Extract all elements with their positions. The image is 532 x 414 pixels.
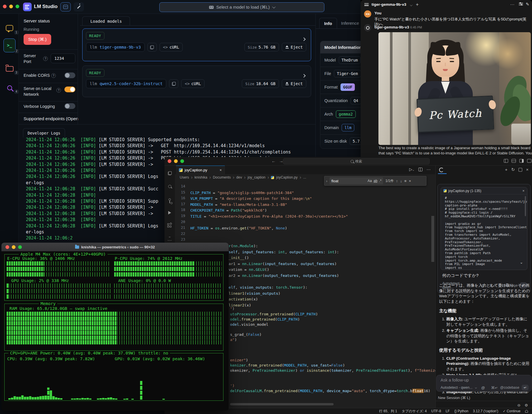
zoom-button[interactable] — [180, 159, 184, 163]
search-icon[interactable] — [166, 183, 173, 190]
back-button[interactable]: ← — [271, 158, 276, 163]
new-session-link[interactable]: New Session (⌘ L) — [438, 396, 470, 400]
power-bar — [8, 398, 11, 400]
source-control-icon[interactable] — [166, 196, 173, 203]
code-line: enizer") — [230, 357, 248, 363]
send-button[interactable]: ↵ — [522, 385, 529, 390]
usage-meter — [114, 272, 222, 277]
vertical-scrollbar[interactable] — [431, 216, 434, 262]
customize-layout-icon[interactable] — [527, 159, 531, 163]
new-session-icon[interactable]: + — [505, 167, 508, 172]
log-line: 2024-11-24 12:06:26 [INFO] — [26, 168, 99, 174]
breadcrumb[interactable]: Users›knishika›Documents›dev›joy_caption… — [180, 175, 306, 180]
generated-image[interactable]: Pc Watch — [378, 32, 531, 145]
testing-icon[interactable] — [166, 236, 173, 243]
breadcrumb-item[interactable]: ... — [303, 175, 306, 179]
photo-mullion — [408, 32, 411, 145]
ram-usage: RAM Usage: 65.8/128.0GB — swap inactive — [9, 306, 107, 311]
gear-icon[interactable]: ⚙ — [525, 403, 528, 407]
line-number: 16 — [175, 196, 185, 200]
status-item[interactable]: タブのサイズ: 4 — [402, 409, 427, 414]
new-tab-button[interactable]: + — [416, 2, 419, 7]
breadcrumb-item[interactable]: knishika — [194, 175, 207, 179]
code-line: okenizer, PreTrainedTokenizer) or isinst… — [230, 368, 451, 373]
card-scrollbar[interactable] — [525, 196, 526, 216]
find-in-selection-icon[interactable]: ≡ — [404, 179, 407, 183]
minimize-button[interactable] — [174, 159, 178, 163]
toggle-secondary-sidebar-icon[interactable] — [519, 159, 524, 163]
tab-joycaption[interactable]: joyCaption.py× — [176, 166, 225, 174]
code-line: s_grad_(False) — [230, 332, 262, 338]
close-find-icon[interactable]: × — [409, 179, 411, 183]
power-bar — [110, 397, 112, 400]
breadcrumb-item[interactable]: dev — [236, 175, 242, 179]
status-item[interactable]: UTF-8 — [431, 409, 441, 413]
continue-toolbar: + ↻ × — [505, 167, 529, 172]
toggle-sidebar-icon[interactable] — [504, 159, 508, 163]
breadcrumb-item[interactable]: Documents — [213, 175, 231, 179]
card-code-line: PreTrainedTokenizer, PreTrainedTokenizer… — [445, 241, 527, 248]
power-bar — [112, 398, 115, 400]
remove-context-icon[interactable]: × — [522, 189, 525, 193]
run-debug-icon[interactable] — [166, 209, 173, 216]
status-item[interactable]: 行 65、列 1 — [379, 409, 397, 414]
run-python-icon[interactable]: ▷⌄ — [409, 167, 414, 172]
status-item[interactable]: LF — [446, 409, 450, 413]
log-line: 2024-11-24 12:06:26 [INFO] [LM STUDIO SE… — [26, 162, 153, 168]
feedback-icon[interactable]: ⊖ — [517, 403, 520, 407]
power-bar — [47, 388, 49, 400]
close-button[interactable] — [168, 159, 171, 163]
photo-mullion — [390, 32, 393, 145]
forward-button[interactable]: → — [279, 158, 283, 163]
close-panel-icon[interactable]: × — [526, 167, 529, 172]
python-icon — [443, 189, 447, 192]
status-item[interactable]: {} Python — [454, 409, 468, 413]
mention-icon[interactable]: @ — [481, 386, 485, 390]
code-context-card[interactable]: joyCaption.py (1-135) × #https://hugging… — [441, 187, 527, 270]
tune-icon[interactable] — [519, 3, 523, 6]
status-item[interactable]: ✓ Continue — [503, 409, 520, 413]
more-options-icon[interactable]: ··· — [510, 2, 514, 7]
minimize-button[interactable] — [12, 245, 16, 249]
status-item[interactable]: 3.12.7 ('caption') — [473, 409, 498, 413]
expand-icon[interactable] — [518, 168, 522, 172]
hamburger-icon[interactable] — [364, 3, 369, 6]
avatar: KN — [364, 10, 371, 18]
close-button[interactable] — [5, 245, 9, 249]
search-bar[interactable]: 検索 — [283, 158, 430, 164]
compose-icon[interactable]: ✎ — [526, 2, 529, 7]
breadcrumb-item[interactable]: joyCaption.py — [276, 175, 298, 179]
continue-logo-icon[interactable] — [439, 168, 444, 172]
split-editor-icon[interactable] — [418, 168, 422, 171]
zoom-button[interactable] — [18, 245, 22, 249]
more-actions-icon[interactable]: ··· — [426, 167, 430, 172]
bell-icon[interactable] — [525, 410, 528, 413]
power-bar — [29, 396, 31, 400]
find-input[interactable]: float Aa ab .* — [330, 177, 383, 184]
power-bar — [42, 396, 44, 400]
expand-code-icon[interactable]: ⌄ — [520, 260, 523, 264]
breadcrumb-item[interactable]: joy_caption — [248, 175, 265, 179]
regex-icon[interactable]: .* — [379, 179, 381, 183]
find-previous-icon[interactable]: ↑ — [396, 179, 398, 183]
power-bar — [107, 398, 110, 400]
find-next-icon[interactable]: ↓ — [400, 179, 402, 183]
explorer-icon[interactable] — [166, 170, 173, 177]
history-icon[interactable]: ↻ — [511, 167, 515, 172]
extensions-icon[interactable] — [166, 223, 173, 229]
followup-box[interactable]: Ask a follow-up Autodetect - qwen... @ ⌘… — [436, 375, 532, 392]
toggle-panel-icon[interactable] — [512, 159, 516, 163]
model-selector[interactable]: Autodetect - qwen... — [441, 386, 472, 390]
horizontal-scrollbar[interactable] — [230, 403, 334, 405]
chevron-down-icon[interactable] — [410, 3, 412, 6]
breadcrumb-item[interactable]: Users — [180, 175, 189, 179]
whole-word-icon[interactable]: ab — [374, 179, 377, 183]
line-number: 22 — [175, 231, 185, 236]
match-case-icon[interactable]: Aa — [368, 179, 372, 183]
log-line: er-logs — [26, 180, 44, 186]
power-bar — [99, 398, 102, 400]
close-tab-icon[interactable]: × — [219, 168, 222, 172]
card-code-line: import os — [445, 266, 527, 270]
chat-title[interactable]: tiger-gemma-9b-v3 — [372, 2, 406, 7]
find-collapse-icon[interactable]: › — [326, 179, 327, 183]
